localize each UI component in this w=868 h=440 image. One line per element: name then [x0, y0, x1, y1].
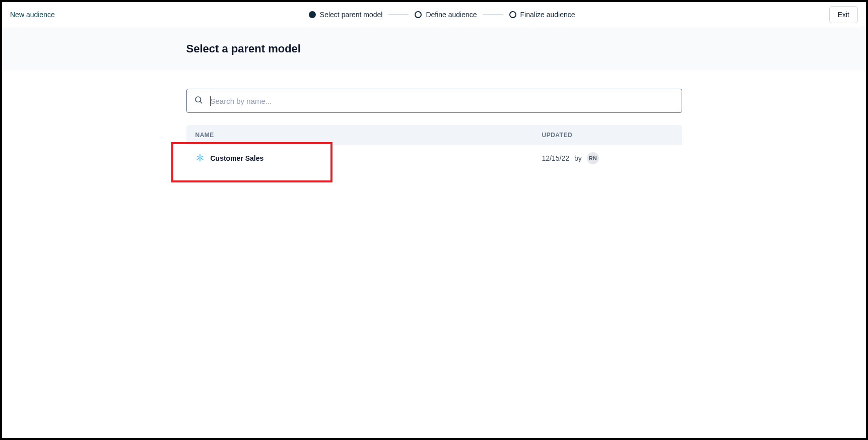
step-circle-icon	[415, 11, 422, 18]
page-title: Select a parent model	[186, 42, 682, 55]
title-band: Select a parent model	[2, 27, 866, 71]
step-define-audience[interactable]: Define audience	[415, 11, 477, 19]
updated-by-label: by	[574, 154, 582, 162]
main-content: NAME UPDATED	[2, 71, 866, 172]
row-name-cell: Customer Sales	[195, 153, 542, 164]
search-input[interactable]	[211, 89, 675, 112]
breadcrumb: New audience	[10, 11, 55, 19]
exit-button[interactable]: Exit	[829, 6, 858, 23]
table-row[interactable]: Customer Sales 12/15/22 by RN	[186, 145, 682, 172]
search-icon	[194, 95, 203, 106]
snowflake-icon	[195, 153, 205, 164]
updated-date: 12/15/22	[542, 154, 570, 162]
step-divider	[388, 14, 409, 15]
column-header-name: NAME	[195, 132, 542, 139]
models-table: NAME UPDATED	[186, 125, 682, 172]
step-label: Finalize audience	[520, 11, 575, 19]
top-header: New audience Select parent model Define …	[2, 2, 866, 27]
svg-line-1	[200, 101, 202, 103]
table-header: NAME UPDATED	[186, 125, 682, 145]
step-finalize-audience[interactable]: Finalize audience	[509, 11, 575, 19]
step-circle-icon	[509, 11, 516, 18]
stepper: Select parent model Define audience Fina…	[309, 11, 575, 19]
step-divider	[483, 14, 503, 15]
row-updated-cell: 12/15/22 by RN	[542, 152, 673, 164]
column-header-updated: UPDATED	[542, 132, 673, 139]
svg-point-6	[199, 157, 201, 158]
step-select-parent-model[interactable]: Select parent model	[309, 11, 383, 19]
step-label: Define audience	[426, 11, 477, 19]
search-box[interactable]	[186, 89, 682, 113]
step-label: Select parent model	[320, 11, 383, 19]
avatar: RN	[587, 152, 599, 164]
step-circle-active-icon	[309, 11, 316, 18]
model-name: Customer Sales	[211, 154, 264, 162]
